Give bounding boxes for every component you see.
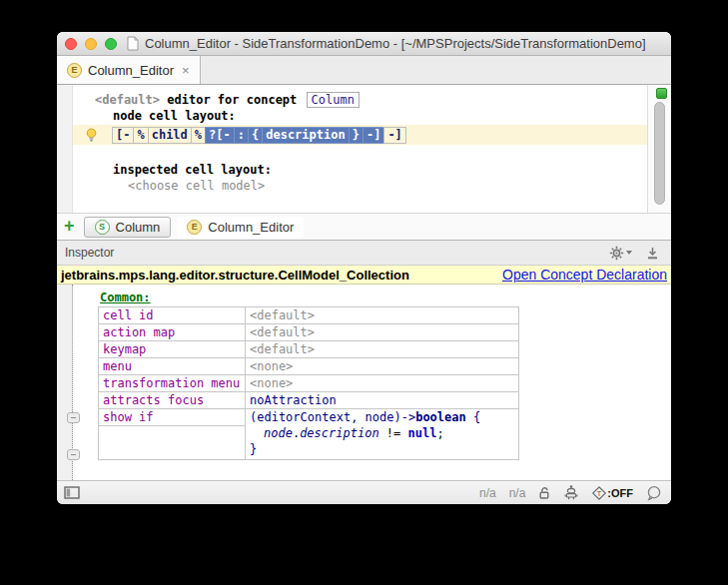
code-line: (editorContext, node)->boolean { bbox=[250, 409, 514, 425]
document-proxy-icon[interactable] bbox=[127, 36, 139, 51]
window-title: Column_Editor - SideTransformationDemo -… bbox=[145, 36, 646, 51]
editor-scrollbar-thumb[interactable] bbox=[654, 102, 665, 205]
property-label: transformation menu bbox=[99, 375, 246, 392]
tab-column-structure[interactable]: S Column bbox=[84, 217, 172, 238]
inspector-toolbar bbox=[609, 246, 659, 261]
cell-brace-open-selected[interactable]: { bbox=[248, 127, 263, 144]
node-parameter: node bbox=[264, 426, 293, 440]
concept-reference[interactable]: Column bbox=[307, 92, 360, 108]
table-row: transformation menu <none> bbox=[99, 375, 519, 392]
tab-label: Column_Editor bbox=[88, 63, 174, 78]
closure-header: (editorContext, node)-> bbox=[250, 410, 415, 424]
null-keyword: null bbox=[408, 426, 437, 440]
fold-handle-icon[interactable] bbox=[67, 449, 80, 460]
common-section-title: Common: bbox=[100, 291, 151, 304]
not-equal-operator: != bbox=[379, 426, 408, 440]
table-row: attracts focus noAttraction bbox=[99, 392, 519, 409]
cell-description-selected[interactable]: description bbox=[262, 127, 349, 144]
editor-gutter bbox=[57, 85, 73, 213]
semicolon: ; bbox=[436, 426, 443, 440]
typesystem-indicator[interactable]: T :OFF bbox=[591, 485, 633, 501]
table-row: menu <none> bbox=[99, 358, 519, 375]
gear-icon[interactable] bbox=[609, 246, 632, 261]
inspected-cell-layout-label: inspected cell layout: bbox=[73, 162, 647, 178]
property-value[interactable]: <default> bbox=[246, 307, 519, 324]
svg-text:T: T bbox=[596, 489, 602, 497]
add-aspect-button[interactable]: + bbox=[64, 217, 75, 235]
zoom-window-button[interactable] bbox=[105, 38, 117, 50]
intention-lightbulb-icon[interactable] bbox=[85, 128, 98, 143]
editor-for-concept-keyword: editor for concept bbox=[167, 93, 297, 107]
default-token[interactable]: <default> bbox=[95, 93, 160, 107]
brace-close: } bbox=[250, 442, 257, 456]
mps-window: Column_Editor - SideTransformationDemo -… bbox=[57, 32, 671, 504]
blank-line bbox=[73, 146, 647, 162]
chevron-down-icon bbox=[626, 251, 632, 255]
property-value[interactable]: noAttraction bbox=[246, 392, 519, 409]
status-widgets: n/a n/a T :OFF bbox=[479, 485, 662, 501]
node-cell-layout-label: node cell layout: bbox=[73, 108, 647, 124]
editor-aspect-icon: E bbox=[187, 220, 202, 235]
code-line: } bbox=[250, 441, 514, 457]
toggle-toolwindows-icon[interactable] bbox=[64, 486, 80, 499]
inspector-content: Common: cell id <default> action map <de… bbox=[98, 291, 667, 460]
status-bar: n/a n/a T :OFF bbox=[57, 480, 671, 504]
cell-collection-open[interactable]: [- bbox=[112, 127, 134, 144]
inspector-title: Inspector bbox=[65, 246, 609, 260]
table-row: cell id <default> bbox=[99, 307, 519, 324]
table-row: action map <default> bbox=[99, 324, 519, 341]
cell-child-link[interactable]: child bbox=[148, 127, 192, 144]
title-bar[interactable]: Column_Editor - SideTransformationDemo -… bbox=[57, 32, 671, 56]
position-indicator[interactable]: n/a bbox=[479, 486, 496, 500]
tab-label: Column_Editor bbox=[208, 220, 294, 235]
cell-optional-open-selected[interactable]: ?[- bbox=[205, 127, 235, 144]
cell-optional-close-selected[interactable]: -] bbox=[363, 127, 384, 144]
close-window-button[interactable] bbox=[65, 38, 77, 50]
property-value[interactable]: <default> bbox=[246, 324, 519, 341]
inspector-header: Inspector bbox=[57, 241, 671, 266]
property-value[interactable]: <default> bbox=[246, 341, 519, 358]
editor-pane[interactable]: <default> editor for concept Column node… bbox=[57, 85, 671, 213]
table-row: keymap <default> bbox=[99, 341, 519, 358]
choose-cell-model-placeholder[interactable]: <choose cell model> bbox=[73, 178, 647, 194]
property-label: cell id bbox=[99, 307, 246, 324]
open-concept-declaration-link[interactable]: Open Concept Declaration bbox=[502, 267, 667, 283]
description-property: description bbox=[300, 426, 378, 440]
editor-aspect-icon: E bbox=[67, 63, 82, 78]
structure-aspect-icon: S bbox=[95, 220, 110, 235]
cell-layout-row: [- % child % ?[- : { description } -] -] bbox=[112, 127, 406, 144]
concept-tab-strip: + S Column E Column_Editor bbox=[57, 213, 671, 241]
cell-percent-open[interactable]: % bbox=[133, 127, 148, 144]
cell-brace-close-selected[interactable]: } bbox=[349, 127, 364, 144]
boolean-keyword: boolean bbox=[415, 410, 466, 424]
property-value[interactable]: <none> bbox=[246, 375, 519, 392]
encoding-indicator[interactable]: n/a bbox=[509, 486, 526, 500]
inspector-body[interactable]: Common: cell id <default> action map <de… bbox=[57, 285, 671, 480]
tab-column-editor[interactable]: E Column_Editor × bbox=[57, 56, 201, 84]
close-tab-icon[interactable]: × bbox=[182, 64, 190, 77]
property-label: action map bbox=[99, 324, 246, 341]
cell-collection-close[interactable]: -] bbox=[383, 127, 405, 144]
property-label: attracts focus bbox=[99, 392, 246, 409]
lock-icon[interactable] bbox=[538, 486, 551, 500]
brace-open: { bbox=[466, 410, 480, 424]
tab-label: Column bbox=[116, 220, 161, 235]
hector-inspector-icon[interactable] bbox=[564, 485, 578, 500]
feedback-bubble-icon[interactable] bbox=[646, 485, 662, 501]
cell-percent-close[interactable]: % bbox=[191, 127, 206, 144]
cell-colon-selected[interactable]: : bbox=[234, 127, 249, 144]
show-if-code[interactable]: (editorContext, node)->boolean { node.de… bbox=[246, 409, 519, 460]
typesystem-diamond-icon: T bbox=[591, 485, 607, 501]
property-label: menu bbox=[99, 358, 246, 375]
error-stripe-ok-indicator[interactable] bbox=[656, 88, 667, 99]
fold-handle-icon[interactable] bbox=[67, 412, 80, 423]
tab-column-editor-aspect[interactable]: E Column_Editor bbox=[177, 217, 304, 238]
editor-line-declaration[interactable]: <default> editor for concept Column bbox=[73, 92, 647, 108]
error-stripe bbox=[647, 85, 671, 213]
minimize-window-button[interactable] bbox=[85, 38, 97, 50]
empty-label-cell bbox=[99, 426, 246, 460]
traffic-lights bbox=[65, 38, 117, 50]
property-value[interactable]: <none> bbox=[246, 358, 519, 375]
hide-panel-icon[interactable] bbox=[646, 247, 659, 260]
typesystem-off-label: :OFF bbox=[607, 487, 633, 499]
